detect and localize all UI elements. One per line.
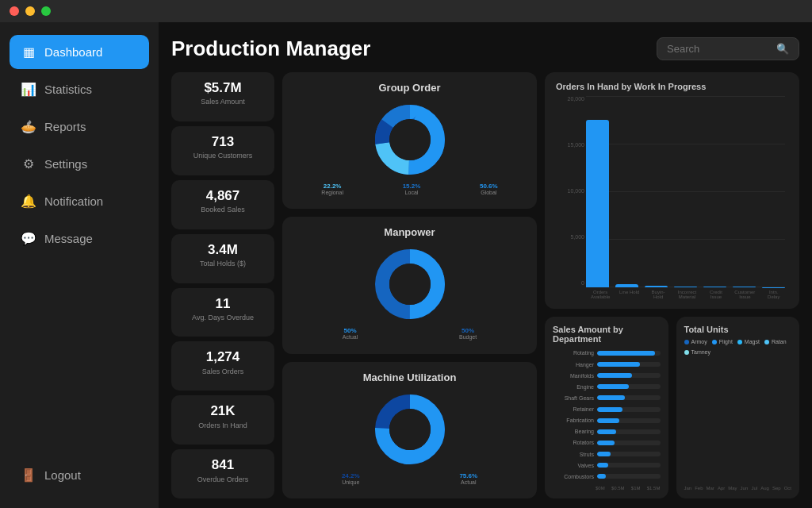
kpi-total-holds: 3.4M Total Holds ($) [171,234,274,283]
order-bar [674,287,697,287]
dept-label: Combustors [553,474,594,479]
kpi-value-days: 11 [181,296,265,312]
order-bar [645,286,668,287]
dept-bar-fill [597,452,611,456]
dept-row: Manifolds [553,373,661,379]
dept-bar-fill [597,362,640,367]
search-input[interactable] [667,43,770,55]
kpi-label-days: Avg. Days Overdue [181,314,265,321]
kpi-value-customers: 713 [181,134,265,150]
total-units-x-label: Mar [707,486,714,491]
orders-bar-area: 20,000 15,000 10,000 5,000 0 [556,96,788,287]
dept-row: Retainer [553,406,661,412]
dept-row: Valves [553,463,661,468]
sidebar-label-reports: Reports [44,120,86,133]
traffic-light-green[interactable] [41,6,51,16]
sales-x-axis: $0M $0.5M $1M $1.5M [553,486,661,491]
kpi-sales-orders: 1,274 Sales Orders [171,341,274,391]
legend-item: Flight [712,339,733,344]
kpi-value-ohand: 21K [181,403,265,419]
kpi-value-overdue: 841 [181,457,265,473]
sidebar-item-logout[interactable]: 🚪 Logout [10,458,149,492]
kpi-label-holds: Total Holds ($) [181,260,265,267]
sidebar-item-message[interactable]: 💬 Message [10,221,149,256]
dept-bar-fill [597,407,622,412]
kpi-column: $5.7M Sales Amount 713 Unique Customers … [171,72,274,498]
sidebar-item-notification[interactable]: 🔔 Notification [10,184,149,218]
orders-chart-body: 20,000 15,000 10,000 5,000 0 [556,96,788,299]
manpower-card: Manpower 50% Actual [282,217,537,353]
dept-bar-track [597,373,661,378]
total-units-x-label: Sep [772,486,781,491]
dept-bar-track [597,351,661,356]
total-units-x-label: Jul [751,486,757,491]
orders-in-hand-card: Orders In Hand by Work In Progress 20,00… [545,72,799,309]
total-units-x-label: May [728,486,737,491]
manpower-title: Manpower [292,226,527,238]
traffic-light-yellow[interactable] [25,6,35,16]
dept-label: Rotating [553,350,594,356]
sidebar-label-message: Message [44,232,93,245]
kpi-label-booked: Booked Sales [181,206,265,214]
dept-bar-track [597,452,661,456]
order-bar [733,287,756,287]
order-bar [703,287,726,288]
dept-bar-track [597,362,661,367]
right-bottom: Sales Amount by Department Rotating Hang… [545,317,799,498]
total-units-bars [684,358,792,484]
dept-row: Hanger [553,362,661,368]
kpi-value-sales: $5.7M [181,80,265,96]
machine-util-card: Machine Utilization 24.2% Unique [282,362,537,498]
group-order-title: Group Order [292,82,527,94]
sales-dept-rows: Rotating Hanger Manifolds Engine Shaft G… [553,348,661,483]
traffic-light-red[interactable] [10,6,19,16]
dept-label: Fabrication [553,418,594,423]
kpi-value-sorders: 1,274 [181,349,265,365]
orders-in-hand-title: Orders In Hand by Work In Progress [556,82,788,91]
kpi-value-booked: 4,867 [181,188,265,204]
middle-column: Group Order [282,72,537,498]
orders-x-labels: Orders AvailableLine HoldBuyin-HoldIncor… [556,287,788,299]
dept-label: Engine [553,384,594,390]
main-header: Production Manager 🔍 [171,37,799,61]
statistics-icon: 📊 [21,82,36,97]
sidebar-item-dashboard[interactable]: ▦ Dashboard [10,35,149,69]
group-order-card: Group Order [282,72,537,209]
kpi-value-holds: 3.4M [181,242,265,258]
title-bar [0,0,812,22]
order-x-label: Credit Issue [705,290,727,299]
search-icon: 🔍 [776,43,789,55]
dept-bar-fill [597,351,655,356]
legend-item: Magst [737,339,760,344]
dept-bar-fill [597,463,608,468]
order-x-label: Orders Available [589,290,611,299]
total-units-x-label: Jun [741,486,749,491]
order-x-label: Intn. Delay [763,290,785,299]
dashboard-icon: ▦ [21,44,36,60]
group-order-donut [370,100,450,179]
total-units-card: Total Units ArmoyFlightMagstRatanTamney … [676,317,800,498]
sales-by-dept-card: Sales Amount by Department Rotating Hang… [545,317,668,498]
manpower-labels: 50% Actual 50% Budget [292,327,527,340]
dept-row: Shaft Gears [553,395,661,401]
kpi-label-sorders: Sales Orders [181,368,265,375]
sidebar-item-reports[interactable]: 🥧 Reports [10,110,149,144]
dept-bar-fill [597,429,616,434]
dept-label: Bearing [553,429,594,434]
svg-point-11 [389,409,431,450]
dept-row: Bearing [553,429,661,434]
total-units-x-label: Aug [760,486,769,491]
kpi-avg-days: 11 Avg. Days Overdue [171,288,274,337]
total-units-legend: ArmoyFlightMagstRatanTamney [684,339,792,355]
group-order-labels: 22.2% Regional 15.2% Local 50.6% Global [292,183,527,195]
dept-bar-fill [597,373,632,378]
sidebar-item-statistics[interactable]: 📊 Statistics [10,72,149,106]
dept-bar-track [597,407,661,412]
dept-bar-track [597,384,661,389]
sidebar-item-settings[interactable]: ⚙ Settings [10,147,149,181]
search-box[interactable]: 🔍 [657,37,799,60]
kpi-booked-sales: 4,867 Booked Sales [171,180,274,229]
dept-bar-track [597,463,661,468]
legend-item: Ratan [764,339,787,344]
notification-icon: 🔔 [21,194,36,209]
